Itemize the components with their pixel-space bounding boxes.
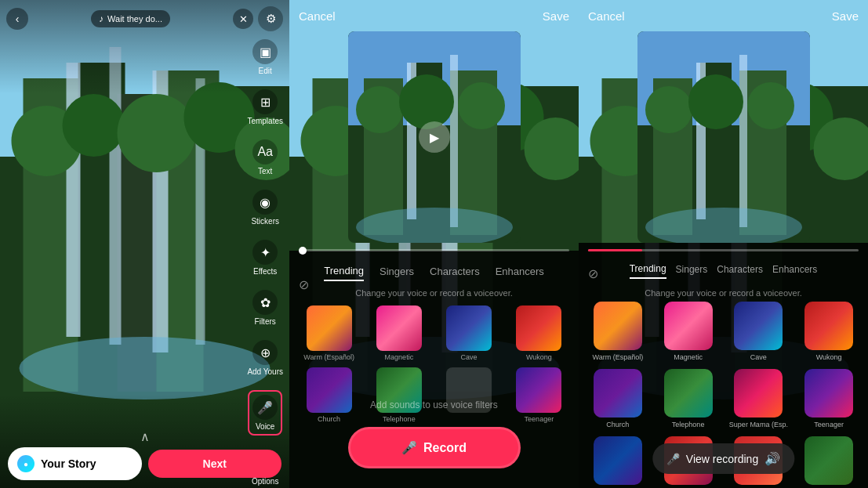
view-recording-label: View recording xyxy=(686,453,758,465)
p3-voice-label-warm: Warm (Español) xyxy=(593,353,644,361)
your-story-button[interactable]: ● Your Story xyxy=(8,447,142,480)
record-mic-icon: 🎤 xyxy=(401,440,417,455)
tab-characters-p3[interactable]: Characters xyxy=(717,263,763,279)
voice-label-cave: Cave xyxy=(461,353,478,361)
voice-icon: 🎤 xyxy=(252,395,278,420)
tab-trending-p3[interactable]: Trending xyxy=(630,263,666,279)
p3-voice-item-warm[interactable]: Warm (Español) xyxy=(587,302,649,361)
sidebar-item-add-yours[interactable]: ⊕ Add Yours xyxy=(247,340,283,376)
record-label: Record xyxy=(423,441,467,455)
next-button[interactable]: Next xyxy=(148,450,282,478)
stickers-icon: ◉ xyxy=(252,190,278,215)
svg-point-44 xyxy=(458,82,505,129)
voice-item-church[interactable]: Church xyxy=(297,367,361,423)
svg-point-13 xyxy=(63,94,125,157)
voice-thumb-wukong xyxy=(516,305,561,351)
tab-singers-p2[interactable]: Singers xyxy=(380,265,414,281)
svg-point-42 xyxy=(356,86,403,133)
next-label: Next xyxy=(203,457,227,470)
p3-voice-item-wukong[interactable]: Wukong xyxy=(797,302,860,361)
svg-point-43 xyxy=(399,74,454,129)
text-icon: Aa xyxy=(252,139,278,164)
p3-voice-label-wukong: Wukong xyxy=(816,353,842,361)
p3-voice-thumb-wukong xyxy=(804,302,853,350)
back-button[interactable]: ‹ xyxy=(6,8,28,30)
voice-label-telephone: Telephone xyxy=(383,415,416,423)
svg-point-70 xyxy=(645,86,692,133)
voice-item-teenager[interactable]: Teenager xyxy=(507,367,571,423)
sidebar-item-templates[interactable]: ⊞ Templates xyxy=(247,89,283,125)
voice-label-wukong: Wukong xyxy=(526,353,552,361)
p3-voice-item-gentle[interactable]: Gentle xyxy=(797,436,860,488)
p3-voice-label-telephone: Telephone xyxy=(672,421,705,428)
voice-label-teenager: Teenager xyxy=(525,415,554,423)
p3-voice-label-magnetic: Magnetic xyxy=(674,353,703,361)
templates-label: Templates xyxy=(247,117,283,125)
filters-label: Filters xyxy=(255,317,276,326)
p3-voice-label-church: Church xyxy=(606,421,629,428)
voice-item-warm[interactable]: Warm (Español) xyxy=(297,305,361,361)
save-button-p3[interactable]: Save xyxy=(832,9,859,23)
p2-add-sounds: Add sounds to use voice filters xyxy=(289,399,579,410)
voice-item-empty[interactable] xyxy=(438,367,501,423)
p3-voice-item-supermama[interactable]: Super Mama (Esp. xyxy=(728,369,790,428)
music-pill[interactable]: ♪ Wait they do... xyxy=(91,10,170,27)
close-button[interactable]: ✕ xyxy=(233,9,253,29)
p3-tabs: Trending Singers Characters Enhancers xyxy=(579,257,868,285)
play-button-p2[interactable]: ▶ xyxy=(419,121,450,153)
svg-point-71 xyxy=(688,74,743,129)
cancel-button-p3[interactable]: Cancel xyxy=(588,9,625,23)
p3-voice-label-supermama: Super Mama (Esp. xyxy=(729,421,788,428)
p3-voice-thumb-magnetic xyxy=(664,302,713,350)
svg-point-11 xyxy=(20,337,271,399)
panel-2: Cancel Save ▶ ⊘ Trending Singers Charact… xyxy=(289,0,579,488)
sidebar-item-filters[interactable]: ✿ Filters xyxy=(252,290,278,326)
tab-singers-p3[interactable]: Singers xyxy=(676,263,708,279)
voice-thumb-magnetic xyxy=(376,305,422,351)
p3-voice-item-telephone[interactable]: Telephone xyxy=(657,369,720,428)
voice-item-cave[interactable]: Cave xyxy=(438,305,501,361)
p3-voice-item-teenager[interactable]: Teenager xyxy=(797,369,860,428)
tab-characters-p2[interactable]: Characters xyxy=(430,265,480,281)
p3-voice-thumb-gentle xyxy=(804,436,853,485)
p3-video-container xyxy=(637,31,810,243)
sidebar-item-text[interactable]: Aa Text xyxy=(252,139,278,175)
music-note-icon: ♪ xyxy=(99,13,104,24)
tab-enhancers-p3[interactable]: Enhancers xyxy=(772,263,817,279)
p2-tabs: Trending Singers Characters Enhancers xyxy=(289,258,579,287)
p2-progress-dot xyxy=(299,247,307,255)
p3-subtitle: Change your voice or record a voiceover. xyxy=(579,288,868,298)
settings-button[interactable]: ⚙ xyxy=(258,6,283,31)
cancel-button-p2[interactable]: Cancel xyxy=(299,9,336,23)
p3-voice-thumb-cave xyxy=(734,302,783,350)
add-yours-icon: ⊕ xyxy=(252,340,278,365)
p3-voice-item-church[interactable]: Church xyxy=(587,369,649,428)
p2-subtitle: Change your voice or record a voiceover. xyxy=(289,288,579,298)
sidebar-item-edit[interactable]: ▣ Edit xyxy=(252,39,278,75)
p3-voice-label-cave: Cave xyxy=(750,353,767,361)
sidebar-item-stickers[interactable]: ◉ Stickers xyxy=(251,190,279,226)
tab-trending-p2[interactable]: Trending xyxy=(324,265,364,281)
voice-label-warm: Warm (Español) xyxy=(303,353,354,361)
p3-voice-thumb-phonograph xyxy=(594,436,642,485)
record-button-p2[interactable]: 🎤 Record xyxy=(348,427,521,468)
voice-item-wukong[interactable]: Wukong xyxy=(507,305,571,361)
svg-rect-40 xyxy=(450,55,458,227)
tab-enhancers-p2[interactable]: Enhancers xyxy=(496,265,544,281)
panel-1: ‹ ♪ Wait they do... ✕ ⚙ ▣ Edit ⊞ Templat… xyxy=(0,0,289,488)
p2-progress-bar xyxy=(299,249,569,251)
p3-voice-item-magnetic[interactable]: Magnetic xyxy=(657,302,720,361)
voice-item-magnetic[interactable]: Magnetic xyxy=(367,305,430,361)
stickers-label: Stickers xyxy=(251,217,279,226)
sidebar-item-effects[interactable]: ✦ Effects xyxy=(252,240,278,276)
save-button-p2[interactable]: Save xyxy=(543,9,569,23)
voice-item-telephone[interactable]: Telephone xyxy=(367,367,430,423)
add-yours-label: Add Yours xyxy=(247,367,283,376)
p3-voice-thumb-telephone xyxy=(664,369,713,418)
p3-voice-item-phonograph[interactable]: Phonograph xyxy=(587,436,649,488)
edit-icon: ▣ xyxy=(252,39,278,64)
p3-voice-item-cave[interactable]: Cave xyxy=(728,302,790,361)
p3-progress-bar xyxy=(588,249,859,251)
p3-voice-thumb-supermama xyxy=(734,369,783,418)
view-recording-button[interactable]: 🎤 View recording 🔊 xyxy=(652,443,794,474)
